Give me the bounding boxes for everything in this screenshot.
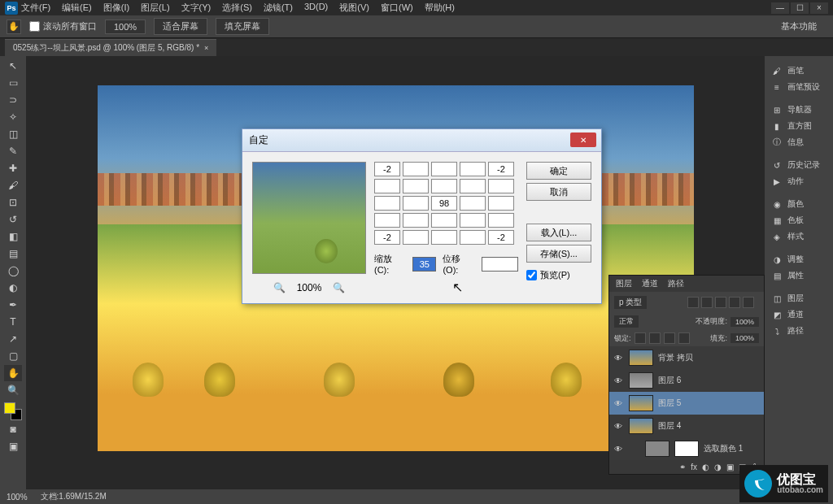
matrix-cell[interactable] bbox=[431, 162, 457, 176]
matrix-cell[interactable] bbox=[460, 162, 486, 176]
fill-screen-button[interactable]: 填充屏幕 bbox=[216, 18, 269, 35]
layer-item[interactable]: 👁 图层 6 bbox=[609, 369, 764, 392]
matrix-cell[interactable]: 98 bbox=[431, 196, 457, 211]
adjustment-icon[interactable]: ◑ bbox=[714, 463, 722, 471]
matrix-cell[interactable] bbox=[460, 230, 486, 245]
preview-checkbox[interactable]: 预览(P) bbox=[526, 269, 591, 281]
menu-image[interactable]: 图像(I) bbox=[103, 2, 129, 14]
load-button[interactable]: 载入(L)... bbox=[526, 224, 591, 241]
opacity-value[interactable]: 100% bbox=[731, 317, 759, 327]
layer-item[interactable]: 👁 选取颜色 1 bbox=[609, 437, 764, 460]
fit-screen-button[interactable]: 适合屏幕 bbox=[154, 18, 207, 35]
matrix-cell[interactable] bbox=[403, 230, 429, 245]
matrix-cell[interactable] bbox=[431, 213, 457, 228]
matrix-cell[interactable] bbox=[374, 196, 400, 211]
stamp-tool[interactable]: ⊡ bbox=[4, 194, 22, 211]
menu-layer[interactable]: 图层(L) bbox=[141, 2, 169, 14]
matrix-cell[interactable] bbox=[460, 213, 486, 228]
status-docsize[interactable]: 文档:1.69M/15.2M bbox=[41, 491, 107, 502]
layer-kind-filter[interactable]: p 类型 bbox=[614, 296, 647, 309]
scroll-all-checkbox[interactable]: 滚动所有窗口 bbox=[29, 20, 97, 33]
close-tab-icon[interactable]: × bbox=[204, 44, 208, 52]
window-close[interactable]: × bbox=[810, 2, 828, 14]
dialog-close-button[interactable]: ✕ bbox=[570, 133, 596, 147]
menu-file[interactable]: 文件(F) bbox=[21, 2, 50, 14]
dialog-titlebar[interactable]: 自定 ✕ bbox=[242, 129, 601, 152]
cancel-button[interactable]: 取消 bbox=[526, 183, 591, 201]
zoom-in-icon[interactable]: 🔍 bbox=[333, 282, 345, 293]
lock-icon[interactable] bbox=[664, 332, 675, 344]
menu-edit[interactable]: 编辑(E) bbox=[62, 2, 92, 14]
layer-item[interactable]: 👁 图层 4 bbox=[609, 415, 764, 437]
rail-brush-presets[interactable]: ≡画笔预设 bbox=[765, 79, 833, 95]
matrix-cell[interactable]: -2 bbox=[488, 162, 514, 176]
matrix-cell[interactable] bbox=[403, 196, 429, 211]
matrix-cell[interactable] bbox=[403, 213, 429, 228]
hand-tool-icon[interactable]: ✋ bbox=[7, 20, 21, 34]
path-tool[interactable]: ↗ bbox=[4, 331, 22, 347]
workspace-switcher[interactable]: 基本功能 bbox=[781, 20, 826, 33]
menu-view[interactable]: 视图(V) bbox=[339, 2, 369, 14]
window-minimize[interactable]: — bbox=[771, 2, 789, 14]
rail-layers[interactable]: ◫图层 bbox=[765, 290, 833, 306]
menu-help[interactable]: 帮助(H) bbox=[425, 2, 455, 14]
tab-paths[interactable]: 路径 bbox=[668, 278, 684, 289]
rail-properties[interactable]: ▤属性 bbox=[765, 267, 833, 284]
lock-icon[interactable] bbox=[649, 332, 661, 344]
foreground-swatch[interactable] bbox=[4, 402, 15, 414]
color-swatches[interactable] bbox=[4, 402, 22, 420]
preview-image[interactable] bbox=[252, 162, 366, 274]
filter-icon[interactable] bbox=[687, 297, 699, 308]
layer-item[interactable]: 👁 背景 拷贝 bbox=[609, 346, 764, 369]
preview-check[interactable] bbox=[526, 270, 537, 280]
matrix-cell[interactable]: -2 bbox=[374, 230, 400, 245]
visibility-toggle[interactable]: 👁 bbox=[613, 445, 624, 454]
filter-icon[interactable] bbox=[743, 297, 754, 308]
rail-histogram[interactable]: ▮直方图 bbox=[765, 118, 833, 134]
move-tool[interactable]: ↖ bbox=[4, 58, 22, 74]
quick-mask-tool[interactable]: ◙ bbox=[4, 421, 22, 437]
healing-tool[interactable]: ✚ bbox=[4, 160, 22, 176]
dodge-tool[interactable]: ◐ bbox=[4, 280, 22, 296]
matrix-cell[interactable]: -2 bbox=[488, 230, 514, 245]
matrix-cell[interactable] bbox=[374, 213, 400, 228]
tab-layers[interactable]: 图层 bbox=[616, 278, 632, 289]
shape-tool[interactable]: ▢ bbox=[4, 348, 22, 364]
screen-mode-tool[interactable]: ▣ bbox=[4, 438, 22, 454]
rail-channels[interactable]: ◩通道 bbox=[765, 306, 833, 323]
rail-history[interactable]: ↺历史记录 bbox=[765, 157, 833, 173]
matrix-cell[interactable] bbox=[488, 179, 514, 193]
tab-channels[interactable]: 通道 bbox=[642, 278, 658, 289]
matrix-cell[interactable] bbox=[403, 162, 429, 176]
rail-adjustments[interactable]: ◑调整 bbox=[765, 251, 833, 267]
fx-icon[interactable]: fx bbox=[691, 463, 697, 471]
matrix-cell[interactable] bbox=[460, 196, 486, 211]
matrix-cell[interactable] bbox=[431, 230, 457, 245]
brush-tool[interactable]: 🖌 bbox=[4, 177, 22, 193]
offset-input[interactable] bbox=[482, 257, 518, 272]
type-tool[interactable]: T bbox=[4, 314, 22, 330]
matrix-cell[interactable]: -2 bbox=[374, 162, 400, 176]
crop-tool[interactable]: ◫ bbox=[4, 126, 22, 142]
menu-filter[interactable]: 滤镜(T) bbox=[264, 2, 293, 14]
menu-select[interactable]: 选择(S) bbox=[222, 2, 252, 14]
zoom-tool[interactable]: 🔍 bbox=[4, 382, 22, 398]
matrix-cell[interactable] bbox=[488, 213, 514, 228]
rail-actions[interactable]: ▶动作 bbox=[765, 173, 833, 189]
menu-window[interactable]: 窗口(W) bbox=[381, 2, 413, 14]
rail-styles[interactable]: ◈样式 bbox=[765, 228, 833, 245]
blur-tool[interactable]: ◯ bbox=[4, 263, 22, 279]
wand-tool[interactable]: ✧ bbox=[4, 109, 22, 125]
rail-paths[interactable]: ⤵路径 bbox=[765, 323, 833, 339]
filter-icon[interactable] bbox=[715, 297, 726, 308]
lock-icon[interactable] bbox=[635, 332, 646, 344]
history-brush-tool[interactable]: ↺ bbox=[4, 211, 22, 228]
rail-swatches[interactable]: ▦色板 bbox=[765, 212, 833, 228]
rail-brush[interactable]: 🖌画笔 bbox=[765, 63, 833, 79]
ok-button[interactable]: 确定 bbox=[526, 162, 591, 180]
matrix-cell[interactable] bbox=[488, 196, 514, 211]
zoom-out-icon[interactable]: 🔍 bbox=[273, 282, 286, 293]
scale-input[interactable]: 35 bbox=[412, 257, 436, 272]
mask-icon[interactable]: ◐ bbox=[702, 463, 709, 471]
hand-tool[interactable]: ✋ bbox=[4, 365, 22, 381]
